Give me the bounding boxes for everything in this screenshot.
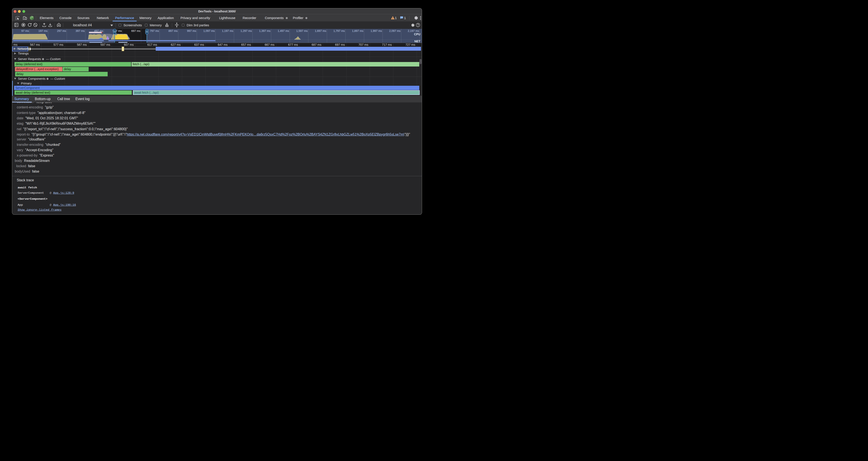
svg-text:997 ms: 997 ms (187, 29, 196, 32)
svg-text:97 ms: 97 ms (21, 29, 29, 32)
svg-text:1,197 ms: 1,197 ms (222, 29, 234, 32)
svg-text:1,697 ms: 1,697 ms (315, 29, 327, 32)
svg-text:797 ms: 797 ms (150, 29, 159, 32)
svg-text:2,097 ms: 2,097 ms (389, 29, 401, 32)
svg-text:1,797 ms: 1,797 ms (333, 29, 345, 32)
svg-text:297 ms: 297 ms (57, 29, 66, 32)
svg-text:CPU: CPU (414, 32, 420, 36)
svg-text:1,897 ms: 1,897 ms (352, 29, 364, 32)
svg-text:897 ms: 897 ms (168, 29, 178, 32)
svg-text:1,397 ms: 1,397 ms (259, 29, 271, 32)
svg-text:2,197 ms: 2,197 ms (408, 29, 419, 32)
svg-text:397 ms: 397 ms (75, 29, 85, 32)
svg-text:NET: NET (414, 39, 420, 43)
svg-text:197 ms: 197 ms (38, 29, 48, 32)
svg-text:1,297 ms: 1,297 ms (241, 29, 252, 32)
svg-text:1,497 ms: 1,497 ms (278, 29, 289, 32)
svg-text:1,997 ms: 1,997 ms (371, 29, 382, 32)
svg-text:1,597 ms: 1,597 ms (296, 29, 308, 32)
svg-text:697 ms: 697 ms (131, 29, 141, 32)
svg-text:1,097 ms: 1,097 ms (203, 29, 215, 32)
